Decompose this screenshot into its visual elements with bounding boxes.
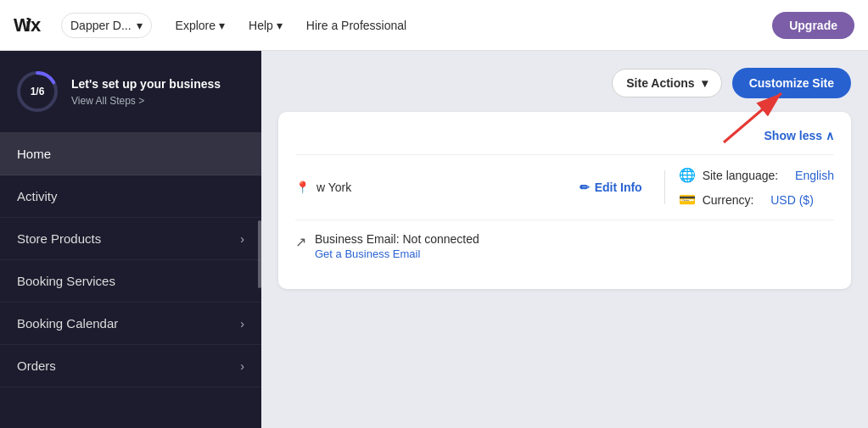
currency-item: 💳 Currency: USD ($) (679, 192, 834, 208)
site-actions-button[interactable]: Site Actions ▾ (612, 69, 721, 97)
setup-text: Let's set up your business View All Step… (71, 76, 248, 107)
top-navigation: W ix Dapper D... ▾ Explore ▾ Help ▾ Hire… (0, 0, 868, 51)
sidebar-item-booking-services[interactable]: Booking Services (0, 260, 261, 303)
sidebar-item-booking-calendar[interactable]: Booking Calendar › (0, 303, 261, 345)
hire-professional-link[interactable]: Hire a Professional (296, 12, 417, 39)
email-title: Business Email: Not connected (315, 232, 479, 246)
sidebar: 1/6 Let's set up your business View All … (0, 51, 261, 428)
site-language-item: 🌐 Site language: English (679, 167, 834, 183)
language-value[interactable]: English (795, 169, 834, 182)
setup-card: 1/6 Let's set up your business View All … (0, 51, 261, 133)
chevron-up-icon: ∧ (826, 129, 834, 142)
sidebar-item-store-products[interactable]: Store Products › (0, 218, 261, 260)
chevron-down-icon: ▾ (219, 19, 225, 32)
wix-logo: W ix (14, 16, 51, 35)
progress-label: 1/6 (31, 86, 45, 97)
main-content: Site Actions ▾ Customize Site Show less … (261, 51, 868, 428)
view-all-steps-link[interactable]: View All Steps > (71, 95, 248, 107)
chevron-down-icon: ▾ (702, 76, 708, 90)
site-info-right: 🌐 Site language: English 💳 Currency: USD… (679, 167, 834, 208)
action-bar: Site Actions ▾ Customize Site (278, 68, 851, 98)
info-card: Show less ∧ 📍 w York ✏ Edit Info 🌐 (278, 112, 851, 289)
location-icon: 📍 (295, 181, 310, 194)
show-less-button[interactable]: Show less ∧ (764, 129, 834, 142)
explore-link[interactable]: Explore ▾ (165, 12, 235, 39)
progress-ring: 1/6 (14, 68, 61, 115)
site-selector[interactable]: Dapper D... ▾ (61, 13, 152, 38)
show-less-bar: Show less ∧ (295, 129, 834, 142)
chevron-down-icon: ▾ (137, 19, 143, 32)
location-row: 📍 w York ✏ Edit Info 🌐 Site language: En… (295, 154, 834, 220)
upgrade-button[interactable]: Upgrade (772, 12, 854, 39)
location-info: 📍 w York (295, 181, 571, 194)
edit-icon: ✏ (580, 181, 590, 194)
chevron-right-icon: › (240, 359, 244, 373)
external-link-icon: ↗ (295, 234, 306, 250)
get-business-email-link[interactable]: Get a Business Email (315, 247, 479, 260)
customize-site-button[interactable]: Customize Site (732, 68, 851, 98)
email-row: ↗ Business Email: Not connected Get a Bu… (295, 220, 834, 272)
site-name-label: Dapper D... (70, 19, 132, 32)
edit-info-button[interactable]: ✏ Edit Info (571, 175, 651, 199)
chevron-down-icon: ▾ (277, 19, 283, 32)
svg-text:ix: ix (25, 16, 42, 35)
email-text: Business Email: Not connected Get a Busi… (315, 232, 479, 260)
help-link[interactable]: Help ▾ (238, 12, 293, 39)
main-layout: 1/6 Let's set up your business View All … (0, 51, 868, 428)
currency-value[interactable]: USD ($) (770, 193, 814, 207)
location-text: w York (316, 181, 351, 194)
chevron-right-icon: › (240, 317, 244, 331)
sidebar-item-activity[interactable]: Activity (0, 175, 261, 218)
globe-icon: 🌐 (679, 167, 696, 183)
sidebar-item-home[interactable]: Home (0, 133, 261, 175)
setup-title: Let's set up your business (71, 76, 248, 92)
sidebar-item-orders[interactable]: Orders › (0, 345, 261, 387)
nav-links: Explore ▾ Help ▾ Hire a Professional (165, 12, 773, 39)
currency-icon: 💳 (679, 192, 696, 208)
vertical-divider (664, 170, 665, 204)
chevron-right-icon: › (240, 232, 244, 246)
